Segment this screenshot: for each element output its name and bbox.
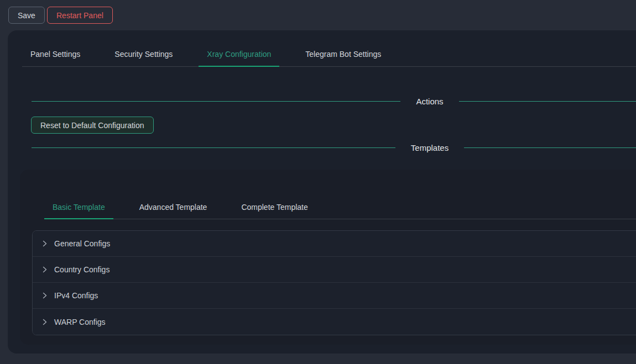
accordion-item-warp-configs[interactable]: WARP Configs	[33, 309, 636, 335]
settings-card: Panel Settings Security Settings Xray Co…	[8, 30, 636, 354]
tab-panel-settings[interactable]: Panel Settings	[22, 44, 88, 67]
template-tab-bar: Basic Template Advanced Template Complet…	[44, 197, 636, 219]
actions-divider: Actions	[32, 97, 636, 106]
templates-card: Basic Template Advanced Template Complet…	[20, 170, 636, 345]
chevron-right-icon	[41, 240, 48, 247]
accordion-item-ipv4-configs[interactable]: IPv4 Configs	[33, 283, 636, 309]
accordion-item-country-configs[interactable]: Country Configs	[33, 257, 636, 283]
save-button[interactable]: Save	[8, 7, 45, 24]
chevron-right-icon	[41, 292, 48, 299]
templates-divider: Templates	[32, 143, 636, 152]
tab-security-settings[interactable]: Security Settings	[106, 44, 181, 67]
chevron-right-icon	[41, 319, 48, 325]
divider-line	[32, 147, 395, 148]
accordion-item-label: General Configs	[54, 239, 110, 248]
accordion-item-label: Country Configs	[54, 265, 110, 274]
accordion-item-label: IPv4 Configs	[54, 291, 98, 300]
reset-default-configuration-button[interactable]: Reset to Default Configuration	[31, 117, 154, 134]
tab-basic-template[interactable]: Basic Template	[44, 197, 113, 219]
toolbar: Save Restart Panel	[0, 0, 636, 30]
actions-section-title: Actions	[416, 97, 443, 106]
chevron-right-icon	[41, 266, 48, 273]
tab-advanced-template[interactable]: Advanced Template	[131, 197, 216, 219]
divider-line	[32, 101, 400, 102]
divider-line	[464, 147, 636, 148]
templates-section-title: Templates	[411, 143, 449, 152]
tab-telegram-bot-settings[interactable]: Telegram Bot Settings	[297, 44, 389, 67]
accordion-item-general-configs[interactable]: General Configs	[33, 231, 636, 257]
accordion-item-label: WARP Configs	[54, 318, 106, 326]
template-config-accordion: General Configs Country Configs IPv4 Con…	[32, 230, 636, 335]
tab-xray-configuration[interactable]: Xray Configuration	[199, 44, 279, 67]
tab-complete-template[interactable]: Complete Template	[233, 197, 316, 219]
restart-panel-button[interactable]: Restart Panel	[47, 7, 113, 24]
settings-tab-bar: Panel Settings Security Settings Xray Co…	[22, 44, 636, 67]
divider-line	[459, 101, 636, 102]
